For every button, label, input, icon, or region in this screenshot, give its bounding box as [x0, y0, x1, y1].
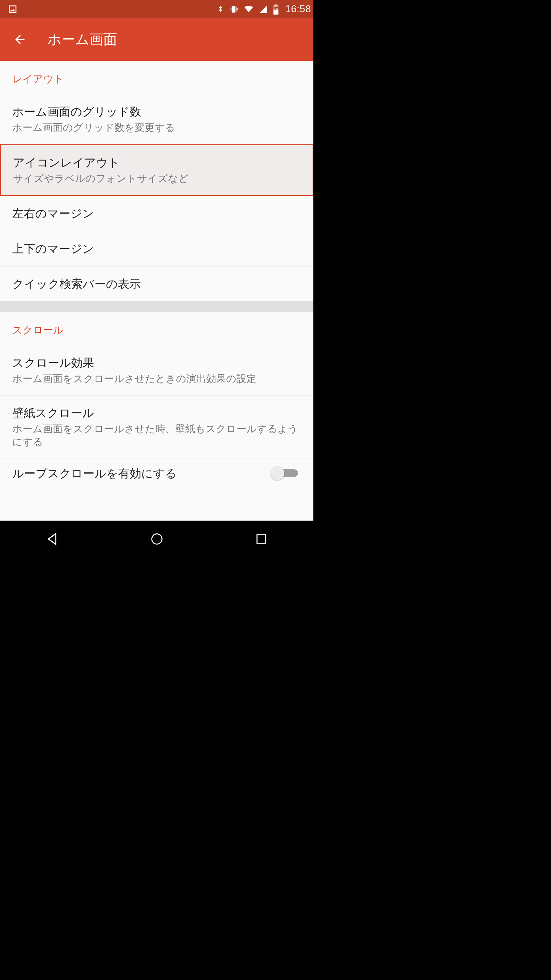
section-header-scroll: スクロール: [0, 312, 313, 345]
setting-wallpaper-scroll[interactable]: 壁紙スクロール ホーム画面をスクロールさせた時、壁紙もスクロールするようにする: [0, 395, 313, 459]
battery-icon: 57: [272, 4, 280, 15]
bluetooth-icon: [216, 4, 225, 14]
section-gap: [0, 301, 313, 312]
setting-title: クイック検索バーの表示: [12, 276, 301, 291]
setting-subtitle: サイズやラベルのフォントサイズなど: [13, 172, 300, 185]
svg-rect-1: [257, 535, 266, 544]
nav-recent-button[interactable]: [231, 524, 292, 554]
vibrate-icon: [228, 4, 239, 14]
back-button[interactable]: [6, 26, 34, 53]
cell-signal-icon: [258, 5, 268, 14]
navigation-bar: [0, 521, 313, 557]
setting-quick-search-bar[interactable]: クイック検索バーの表示: [0, 266, 313, 301]
status-time: 16:58: [285, 3, 311, 15]
setting-subtitle: ホーム画面をスクロールさせた時、壁紙もスクロールするようにする: [12, 423, 301, 449]
page-title: ホーム画面: [47, 30, 117, 49]
setting-loop-scroll[interactable]: ループスクロールを有効にする: [0, 459, 313, 481]
setting-icon-layout[interactable]: アイコンレイアウト サイズやラベルのフォントサイズなど: [0, 144, 313, 196]
setting-subtitle: ホーム画面のグリッド数を変更する: [12, 121, 301, 134]
setting-grid[interactable]: ホーム画面のグリッド数 ホーム画面のグリッド数を変更する: [0, 94, 313, 144]
nav-back-button[interactable]: [22, 524, 83, 554]
setting-title: スクロール効果: [12, 355, 301, 370]
setting-subtitle: ホーム画面をスクロールさせたときの演出効果の設定: [12, 372, 301, 385]
setting-title: 上下のマージン: [12, 241, 301, 256]
setting-title: ループスクロールを有効にする: [12, 466, 177, 481]
setting-title: 左右のマージン: [12, 206, 301, 221]
setting-title: ホーム画面のグリッド数: [12, 104, 301, 119]
svg-point-0: [152, 534, 162, 544]
setting-scroll-effect[interactable]: スクロール効果 ホーム画面をスクロールさせたときの演出効果の設定: [0, 345, 313, 395]
battery-badge: 57: [272, 7, 280, 10]
loop-scroll-toggle[interactable]: [271, 466, 301, 480]
wifi-icon: [243, 5, 254, 14]
picture-icon: [8, 4, 18, 14]
app-bar: ホーム画面: [0, 18, 313, 61]
section-header-layout: レイアウト: [0, 61, 313, 94]
status-bar: 57 16:58: [0, 0, 313, 18]
setting-title: 壁紙スクロール: [12, 405, 301, 420]
nav-home-button[interactable]: [126, 524, 187, 554]
setting-vertical-margin[interactable]: 上下のマージン: [0, 231, 313, 266]
settings-list: レイアウト ホーム画面のグリッド数 ホーム画面のグリッド数を変更する アイコンレ…: [0, 61, 313, 521]
setting-title: アイコンレイアウト: [13, 155, 300, 170]
setting-horizontal-margin[interactable]: 左右のマージン: [0, 196, 313, 231]
